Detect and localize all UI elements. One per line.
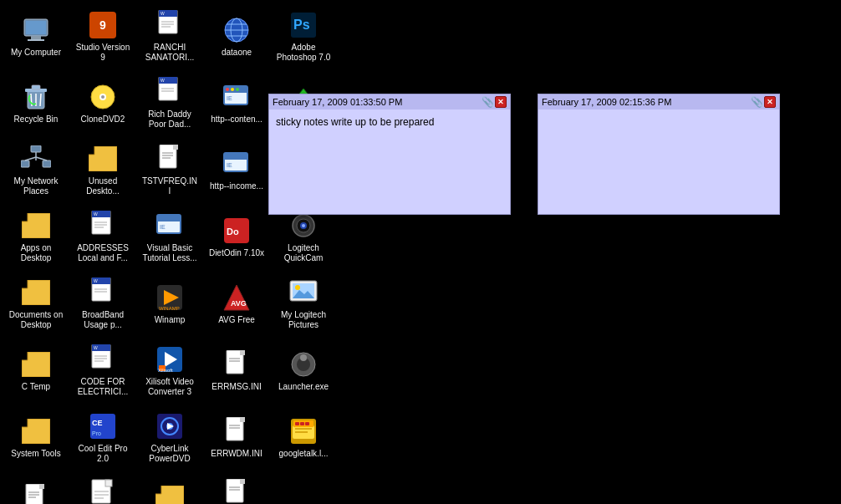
icon-system-tools-label: System Tools [11,449,60,459]
icon-apps-on-desktop[interactable]: Apps on Desktop [3,204,69,269]
icon-tstvfreq-bin[interactable]: TSTVFREQ.BIN [204,471,269,504]
icon-http-income-label: http--income... [210,181,263,191]
svg-point-82 [295,285,300,290]
avg-free-icon: AVG [222,283,252,313]
icon-tstvfreq-ini[interactable]: TSTVFREQ.INI [137,137,202,202]
svg-rect-19 [32,85,40,89]
svg-text:IE: IE [227,95,232,101]
sticky-note-2-header-icons: 📎 ✕ [751,96,776,108]
broadband-usage-icon: W [88,277,118,308]
icon-c-temp[interactable]: C Temp [3,338,69,403]
addresses-icon: W [88,211,118,241]
sticky-note-1-timestamp: February 17, 2009 01:33:50 PM [273,97,402,107]
icon-broadband-usage[interactable]: W BroadBand Usage p... [70,271,135,336]
icon-my-computer-label: My Computer [11,48,61,58]
sticky-note-2: February 17, 2009 02:15:36 PM 📎 ✕ [538,94,780,215]
icon-vb-tutorial[interactable]: IE Visual Basic Tutorial Less... [137,204,202,269]
icon-cyberlink-powerdvd[interactable]: CyberLink PowerDVD [137,405,202,470]
icon-cool-edit-pro-label: Cool Edit Pro 2.0 [74,444,131,464]
svg-text:Xilisoft: Xilisoft [158,368,173,373]
svg-point-32 [236,88,239,91]
icon-oem-txt[interactable]: OEM.txt [3,471,69,504]
icon-launcher-exe-label: Launcher.exe [278,382,329,392]
icon-clonedvd2-label: CloneDVD2 [81,115,125,125]
tstvfreq-bin-icon [222,478,252,505]
sticky-note-1-body: sticky notes write up to be prepared [269,109,510,193]
my-logitech-icon [288,277,319,308]
icon-errmsg-ini[interactable]: ERRMSG.INI [204,338,269,403]
icon-googletalk[interactable]: googletalk.l... [271,405,336,470]
sticky-note-1-close[interactable]: ✕ [495,96,507,108]
icon-bios[interactable]: BIOS [137,471,202,504]
sticky-note-2-body [538,109,779,193]
icon-clonedvd2[interactable]: CloneDVD2 [70,70,135,135]
svg-rect-2 [31,36,41,39]
icon-apps-on-desktop-label: Apps on Desktop [8,243,64,263]
icon-my-network-label: My Network Places [8,176,64,196]
clonedvd2-icon [88,82,118,112]
icon-unused-desktop-label: Unused Deskto... [74,176,131,196]
sticky-note-2-close[interactable]: ✕ [764,96,776,108]
sticky-note-1-pin[interactable]: 📎 [482,96,493,108]
svg-marker-135 [155,486,184,505]
cyberlink-powerdvd-icon [155,411,185,441]
icon-adobe-photoshop[interactable]: Ps Adobe Photoshop 7.0 [271,3,336,69]
sticky-note-2-header[interactable]: February 17, 2009 02:15:36 PM 📎 ✕ [538,94,779,109]
icon-document-scrap[interactable]: Document Scrap 'JBSJ... [70,471,135,504]
errmsg-ini-icon [222,349,252,379]
tstvfreq-ini-icon [155,144,185,174]
svg-rect-36 [21,160,29,167]
icon-ranchi-sanatori-label: RANCHI SANATORI... [141,43,198,63]
my-computer-icon [21,15,51,45]
desktop: My Computer 9 Studio Version 9 W RANC [0,0,841,504]
icon-launcher-exe[interactable]: Launcher.exe [271,338,336,403]
svg-text:AVG: AVG [231,299,247,308]
googletalk-icon [288,416,319,446]
icon-studio-version-9[interactable]: 9 Studio Version 9 [70,3,135,69]
icon-rich-daddy[interactable]: W Rich Daddy Poor Dad... [137,70,202,135]
sticky-note-2-pin[interactable]: 📎 [751,96,762,108]
icon-cool-edit-pro[interactable]: CE Pro Cool Edit Pro 2.0 [70,405,135,470]
svg-rect-125 [39,484,44,489]
icon-studio-version-9-label: Studio Version 9 [74,43,131,63]
icon-http-income[interactable]: IE http--income... [204,137,269,202]
bios-icon [155,483,185,505]
svg-text:Pro: Pro [92,430,101,436]
icon-errdwm-ini[interactable]: ERRWDM.INI [204,405,269,470]
icon-addresses[interactable]: W ADDRESSES Local and F... [70,204,135,269]
sticky-note-1-header[interactable]: February 17, 2009 01:33:50 PM 📎 ✕ [269,94,510,109]
documents-on-desktop-icon [21,277,51,308]
icon-code-for-electricity[interactable]: W CODE FOR ELECTRICI... [70,338,135,403]
dataone-icon [222,15,252,45]
icon-my-computer[interactable]: My Computer [3,3,69,69]
icon-logitech-quickcam-label: Logitech QuickCam [275,243,332,263]
icon-xilisoft-video[interactable]: Xilisoft Xilisoft Video Converter 3 [137,338,202,403]
icon-dataone[interactable]: dataone [204,3,269,69]
icon-avg-free[interactable]: AVG AVG Free [204,271,269,336]
svg-point-22 [101,95,104,99]
icon-system-tools[interactable]: System Tools [3,405,69,470]
svg-point-31 [231,88,234,91]
svg-marker-68 [22,280,50,305]
svg-text:CE: CE [92,419,103,427]
svg-text:W: W [94,278,98,283]
icon-dietodin[interactable]: Do DietOdin 7.10x [204,204,269,269]
icon-broadband-usage-label: BroadBand Usage p... [74,310,131,330]
icon-unused-desktop[interactable]: Unused Deskto... [70,137,135,202]
icon-rich-daddy-label: Rich Daddy Poor Dad... [141,109,198,130]
icon-errmsg-ini-label: ERRMSG.INI [212,382,261,392]
icon-recycle-bin[interactable]: Recycle Bin [3,70,69,135]
icon-ranchi-sanatori[interactable]: W RANCHI SANATORI... [137,3,202,69]
svg-rect-112 [240,417,245,422]
http-income-icon: IE [222,149,252,179]
icon-documents-on-desktop[interactable]: Documents on Desktop [3,271,69,336]
svg-marker-52 [22,213,50,238]
icon-winamp[interactable]: WINAMP Winamp [137,271,202,336]
ranchi-sanatori-icon: W [155,10,185,40]
svg-rect-35 [31,145,41,152]
icon-my-network[interactable]: My Network Places [3,137,69,202]
icon-my-logitech[interactable]: My Logitech Pictures [271,271,336,336]
oem-txt-icon [21,483,51,505]
svg-point-30 [226,88,229,91]
icon-http-content[interactable]: IE http--conten... [204,70,269,135]
